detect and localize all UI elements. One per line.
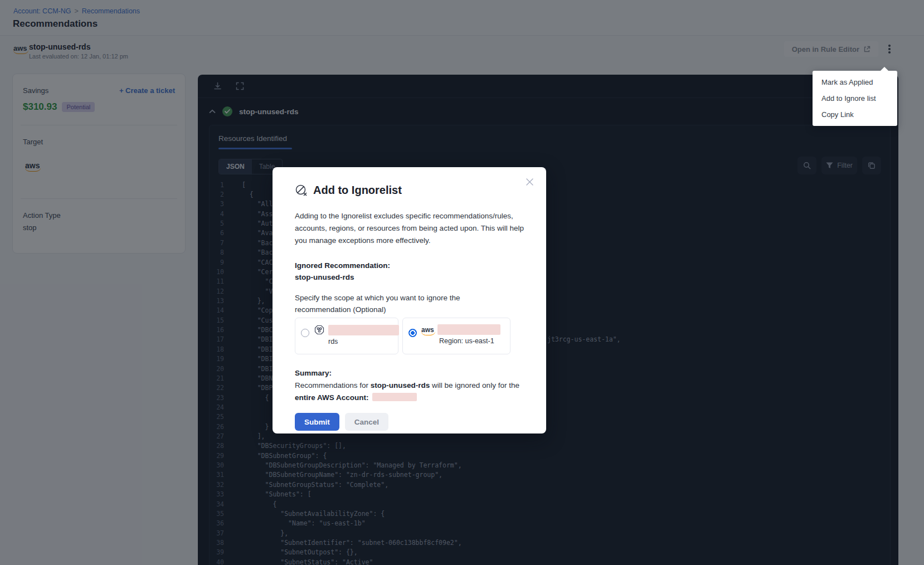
context-menu-item[interactable]: Mark as Applied [813,74,897,90]
redacted-resource-name [328,325,399,335]
scope-region-caption: Region: us-east-1 [439,337,500,345]
resource-group-icon [314,324,325,335]
summary-part: Recommendations for [295,381,371,389]
add-to-ignorelist-modal: Add to Ignorelist Adding to the Ignoreli… [273,167,546,434]
summary-account-scope: entire AWS Account: [295,393,369,402]
scope-option-resource[interactable]: rds [295,318,398,354]
ignored-recommendation-label: Ignored Recommendation: [295,261,524,270]
summary-label: Summary: [295,369,524,377]
ignored-recommendation-value: stop-unused-rds [295,273,524,281]
scope-resource-caption: rds [328,338,399,345]
context-menu: Mark as Applied Add to Ignore list Copy … [813,71,897,126]
redacted-account-id [437,324,500,335]
redacted-account-id [372,393,417,401]
radio-selected[interactable] [408,329,417,337]
modal-title: Add to Ignorelist [313,184,402,197]
cancel-button[interactable]: Cancel [345,413,388,431]
ignore-icon [295,184,308,197]
scope-options: rds aws Region: us-east-1 [295,318,524,354]
summary-recommendation-name: stop-unused-rds [371,381,430,389]
close-icon[interactable] [524,176,535,187]
context-menu-item[interactable]: Add to Ignore list [813,90,897,106]
aws-logo-icon: aws [421,327,434,333]
scope-option-account[interactable]: aws Region: us-east-1 [402,318,510,354]
summary-text: Recommendations for stop-unused-rds will… [295,379,520,404]
scope-instruction: Specify the scope at which you want to i… [295,293,518,316]
summary-part: will be ignored only for the [430,381,519,389]
modal-description: Adding to the Ignorelist excludes specif… [295,210,524,247]
radio-unselected[interactable] [301,329,309,337]
context-menu-item[interactable]: Copy Link [813,106,897,123]
submit-button[interactable]: Submit [295,413,339,431]
